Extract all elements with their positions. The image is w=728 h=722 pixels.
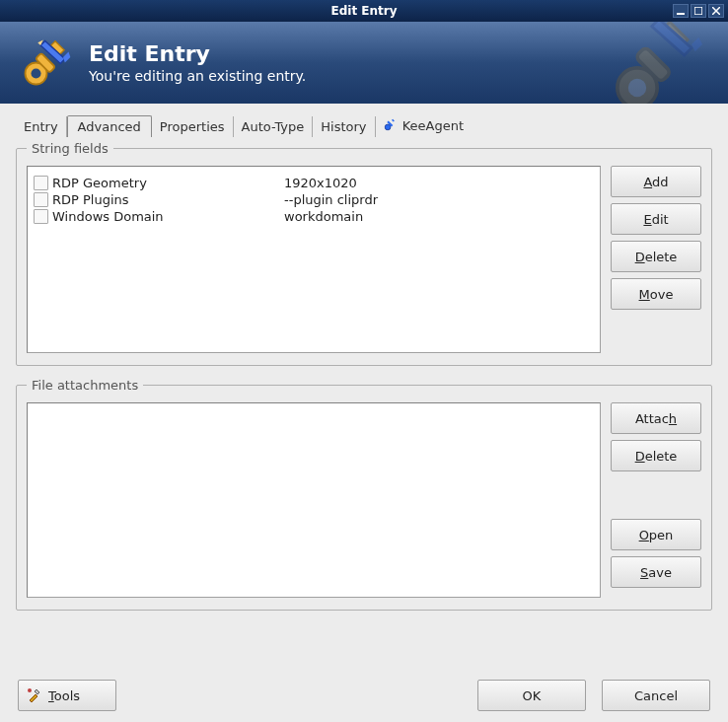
window-title: Edit Entry: [330, 4, 397, 18]
svg-point-9: [31, 68, 40, 78]
svg-point-15: [28, 688, 32, 692]
tab-history[interactable]: History: [313, 116, 375, 137]
tools-icon: [27, 687, 42, 703]
tab-entry[interactable]: Entry: [16, 116, 67, 137]
svg-point-5: [628, 79, 646, 97]
svg-rect-0: [677, 13, 685, 15]
tab-keeagent[interactable]: KeeAgent: [376, 115, 473, 138]
string-fields-list[interactable]: RDP Geometry 1920x1020 RDP Plugins --plu…: [27, 166, 601, 353]
string-field-value: 1920x1020: [284, 176, 594, 190]
tab-advanced[interactable]: Advanced: [67, 115, 152, 137]
file-attachments-group: File attachments Attach Delete Open Save: [16, 378, 712, 611]
file-attachments-legend: File attachments: [27, 378, 143, 393]
tab-auto-type[interactable]: Auto-Type: [234, 116, 314, 137]
svg-rect-1: [694, 7, 702, 15]
page-icon: [34, 209, 48, 224]
string-field-value: --plugin cliprdr: [284, 192, 594, 207]
dialog-header: Edit Entry You're editing an existing en…: [0, 22, 728, 104]
attach-button[interactable]: Attach: [611, 402, 701, 434]
dialog-title: Edit Entry: [89, 41, 306, 66]
header-bg-key-icon: [600, 22, 718, 104]
save-button[interactable]: Save: [611, 556, 701, 588]
svg-rect-14: [392, 119, 395, 122]
list-item[interactable]: Windows Domain workdomain: [34, 208, 594, 225]
maximize-button[interactable]: [691, 4, 706, 18]
tools-button[interactable]: Tools: [18, 680, 116, 711]
list-item[interactable]: RDP Geometry 1920x1020: [34, 175, 594, 191]
page-icon: [34, 176, 48, 190]
string-field-name: RDP Geometry: [52, 176, 284, 190]
cancel-button[interactable]: Cancel: [602, 680, 710, 711]
tab-bar: Entry Advanced Properties Auto-Type Hist…: [6, 111, 722, 137]
key-icon: [384, 118, 397, 134]
edit-button[interactable]: Edit: [611, 203, 701, 235]
string-fields-legend: String fields: [27, 141, 113, 156]
window-titlebar: Edit Entry: [0, 0, 728, 22]
string-fields-group: String fields RDP Geometry 1920x1020 RDP…: [16, 141, 712, 366]
move-button[interactable]: Move: [611, 278, 701, 310]
key-pencil-icon: [20, 36, 74, 90]
ok-button[interactable]: OK: [477, 680, 586, 711]
string-field-name: RDP Plugins: [52, 192, 284, 207]
add-button[interactable]: Add: [611, 166, 701, 197]
open-button[interactable]: Open: [611, 519, 701, 550]
tab-properties[interactable]: Properties: [152, 116, 234, 137]
delete-button[interactable]: Delete: [611, 241, 701, 272]
string-field-value: workdomain: [284, 209, 594, 224]
attachment-delete-button[interactable]: Delete: [611, 440, 701, 471]
svg-point-12: [385, 124, 391, 130]
page-icon: [34, 192, 48, 207]
file-attachments-list[interactable]: [27, 402, 601, 598]
list-item[interactable]: RDP Plugins --plugin cliprdr: [34, 191, 594, 208]
minimize-button[interactable]: [673, 4, 689, 18]
string-field-name: Windows Domain: [52, 209, 284, 224]
dialog-footer: Tools OK Cancel: [6, 672, 722, 721]
close-button[interactable]: [708, 4, 724, 18]
dialog-subtitle: You're editing an existing entry.: [89, 68, 306, 84]
